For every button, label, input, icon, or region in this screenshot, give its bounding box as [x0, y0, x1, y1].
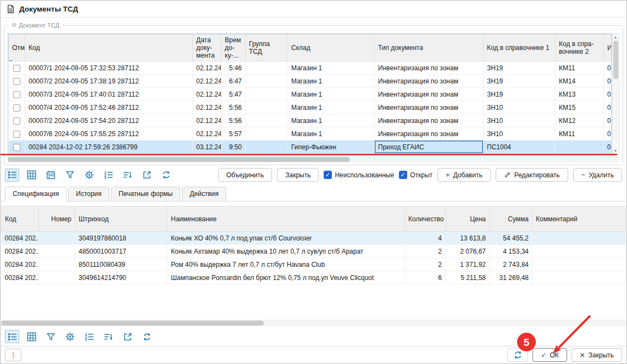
- scroll-down-icon[interactable]: ▼: [614, 149, 618, 153]
- vscroll-thumb[interactable]: [613, 41, 618, 79]
- close-window-button[interactable]: ✕Закрыть: [571, 348, 622, 362]
- calendar-button[interactable]: [43, 169, 58, 182]
- doc-table-row[interactable]: 00007/2 2024-09-05 17:54:20 28711202.12.…: [9, 114, 612, 127]
- delete-button[interactable]: −Удалить: [573, 168, 622, 182]
- checkbox-open-box[interactable]: [399, 171, 407, 179]
- cell-doc-type[interactable]: Инвентаризация по зонам: [375, 101, 484, 114]
- numbered-list-button[interactable]: [82, 330, 96, 343]
- cell-spec-number: [39, 258, 75, 271]
- cell-item-name: Шампанское Ponsardin бел брют 12% 0,75 л…: [168, 271, 405, 284]
- cell-warehouse: Магазин 1: [288, 101, 375, 114]
- tab-спецификация[interactable]: Спецификация: [5, 187, 66, 201]
- col-header-mark[interactable]: Отм.: [9, 35, 25, 61]
- col-header-ref2[interactable]: Код в спра- вочнике 2: [556, 35, 604, 61]
- spec-col-qty[interactable]: Количество: [405, 206, 446, 232]
- filter-button[interactable]: [43, 330, 58, 343]
- cell-date: 02.12.24: [193, 101, 221, 114]
- cell-name: 00.: [604, 141, 612, 154]
- refresh-button[interactable]: [507, 348, 528, 362]
- cell-time: 5:57: [221, 127, 246, 141]
- sort-button[interactable]: [120, 169, 135, 182]
- numbered-list-button[interactable]: [101, 169, 115, 182]
- filter-button[interactable]: [63, 169, 77, 182]
- spec-col-comment[interactable]: Комментарий: [532, 206, 626, 232]
- doc-table-row[interactable]: 00007/1 2024-09-05 17:32:53 28711202.12.…: [9, 61, 612, 75]
- col-header-code[interactable]: Код: [25, 35, 193, 61]
- refresh-button[interactable]: [140, 330, 154, 343]
- tab-печатные формы[interactable]: Печатные формы: [111, 187, 180, 201]
- doc-table-row[interactable]: 00007/6 2024-09-05 17:55:25 28711202.12.…: [9, 127, 612, 141]
- col-header-name[interactable]: Им...: [604, 35, 612, 61]
- cell-doc-type[interactable]: Инвентаризация по зонам: [375, 127, 484, 141]
- row-checkbox[interactable]: [13, 65, 20, 72]
- doc-table-row[interactable]: 00007/2 2024-09-05 17:38:19 28711202.12.…: [9, 75, 612, 88]
- spec-col-barcode[interactable]: Штрихкод: [75, 206, 168, 232]
- spec-col-code[interactable]: Код: [2, 206, 39, 232]
- merge-button[interactable]: Объединить: [218, 168, 273, 182]
- col-header-time[interactable]: Врем до- ку-...: [221, 35, 246, 61]
- page-title: Документы ТСД: [19, 5, 78, 13]
- spec-table-row[interactable]: 00284 202...8501110080439Ром 40% выдержк…: [2, 258, 626, 271]
- cell-doc-type[interactable]: Приход ЕГАИС: [375, 141, 484, 154]
- more-menu-button[interactable]: ⋮: [5, 349, 21, 361]
- cell-tsd-group: [246, 75, 288, 88]
- collapse-icon[interactable]: ⊖: [12, 21, 16, 29]
- checkbox-unused-box[interactable]: [324, 171, 332, 179]
- col-header-tsd-group[interactable]: Группа ТСД: [246, 35, 288, 61]
- row-checkbox[interactable]: [13, 144, 20, 151]
- settings-icon: [85, 170, 94, 180]
- spec-hscrollbar[interactable]: [1, 320, 626, 326]
- row-checkbox[interactable]: [13, 78, 20, 85]
- tab-история[interactable]: История: [68, 187, 109, 201]
- spec-col-price[interactable]: Цена: [446, 206, 490, 232]
- doc-table-row[interactable]: 00007/4 2024-09-05 17:52:46 28711202.12.…: [9, 101, 612, 114]
- grid-view-button[interactable]: [24, 169, 38, 182]
- doc-table-row[interactable]: 00284 2024-12-02 17:59:26 238679903.12.2…: [9, 141, 612, 154]
- col-header-doc-type[interactable]: Тип документа: [375, 35, 484, 61]
- settings-button[interactable]: [82, 169, 96, 182]
- cell-doc-type[interactable]: Инвентаризация по зонам: [375, 75, 484, 88]
- cell-spec-number: [39, 232, 75, 245]
- list-view-button[interactable]: [5, 330, 19, 343]
- doc-table-vscrollbar[interactable]: ▲ ▼: [612, 33, 619, 154]
- col-header-ref1[interactable]: Код в справочнике 1: [484, 35, 556, 61]
- doc-table-row[interactable]: 00007/3 2024-09-05 17:40:01 28711202.12.…: [9, 88, 612, 101]
- scroll-up-icon[interactable]: ▲: [614, 35, 618, 39]
- cell-doc-type[interactable]: Инвентаризация по зонам: [375, 88, 484, 101]
- cell-warehouse: Гипер-Фьюжен: [288, 141, 375, 154]
- checkbox-unused[interactable]: Неиспользованные: [324, 171, 394, 179]
- col-header-date[interactable]: Дата доку- мента: [193, 35, 221, 61]
- sort-button[interactable]: [101, 330, 115, 343]
- spec-table-row[interactable]: 00284 202...3049197860018Коньяк ХО 40% 0…: [2, 232, 626, 245]
- row-checkbox[interactable]: [13, 131, 20, 138]
- documents-toolbar: Объединить Закрыть Неиспользованные Откр…: [1, 165, 626, 184]
- add-button[interactable]: +Добавить: [437, 168, 491, 182]
- checkbox-open[interactable]: Открыт: [399, 171, 432, 179]
- row-checkbox[interactable]: [13, 117, 20, 125]
- spec-col-name[interactable]: Наименование: [168, 206, 405, 232]
- cell-warehouse: Магазин 1: [288, 61, 375, 75]
- edit-button[interactable]: Редактировать: [496, 168, 568, 182]
- open-external-button[interactable]: [120, 330, 135, 343]
- grid-view-button[interactable]: [24, 330, 38, 343]
- spec-col-number[interactable]: Номер: [39, 206, 75, 232]
- cell-ref2: КМ11: [556, 61, 604, 75]
- spec-table-row[interactable]: 00284 202...4850001003717Коньяк Ахтамар …: [2, 245, 626, 258]
- hscroll-thumb[interactable]: [8, 157, 350, 162]
- open-external-button[interactable]: [140, 169, 154, 182]
- row-checkbox[interactable]: [13, 91, 20, 98]
- spec-table-row[interactable]: 00284 202...3049614214790Шампанское Pons…: [2, 271, 626, 284]
- spec-hscroll-thumb[interactable]: [1, 321, 264, 326]
- close-document-button[interactable]: Закрыть: [277, 168, 319, 182]
- doc-table-hscrollbar[interactable]: [8, 156, 619, 163]
- list-view-button[interactable]: [5, 169, 19, 182]
- refresh-button[interactable]: [159, 169, 173, 182]
- row-checkbox[interactable]: [13, 104, 20, 111]
- cell-doc-type[interactable]: Инвентаризация по зонам: [375, 61, 484, 75]
- spec-col-sum[interactable]: Сумма: [490, 206, 532, 232]
- ok-button[interactable]: ✓ОК: [532, 348, 567, 362]
- settings-button[interactable]: [63, 330, 77, 343]
- tab-действия[interactable]: Действия: [182, 187, 226, 201]
- col-header-warehouse[interactable]: Склад: [288, 35, 375, 61]
- cell-doc-type[interactable]: Инвентаризация по зонам: [375, 114, 484, 127]
